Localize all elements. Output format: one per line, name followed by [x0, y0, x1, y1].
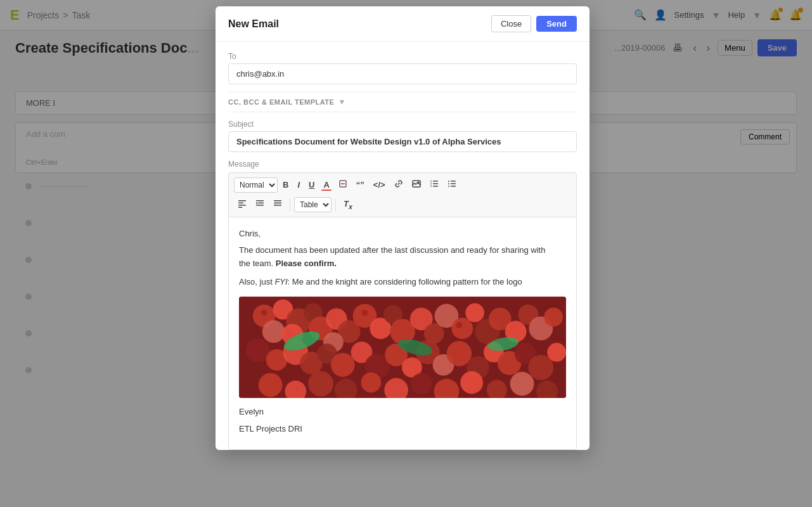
svg-point-13: [448, 181, 449, 182]
svg-rect-12: [451, 186, 456, 187]
body-line1: The document has been updated after the …: [239, 244, 566, 271]
modal-body: To chris@abx.in CC, BCC & EMAIL TEMPLATE…: [216, 42, 590, 450]
svg-rect-6: [433, 186, 438, 187]
svg-point-81: [308, 371, 333, 396]
signature-area: Evelyn ETL Projects DRI: [239, 406, 566, 436]
ordered-list-button[interactable]: 123: [426, 177, 442, 193]
message-content-area[interactable]: Chris, The document has been updated aft…: [228, 217, 577, 451]
svg-rect-11: [451, 183, 456, 184]
svg-point-72: [547, 343, 566, 362]
message-label: Message: [228, 160, 577, 169]
toolbar-divider: [290, 198, 290, 211]
bold-button[interactable]: B: [279, 177, 292, 192]
close-button[interactable]: Close: [491, 15, 531, 32]
greeting-line: Chris,: [239, 228, 566, 241]
svg-marker-27: [274, 202, 276, 204]
body-line2: Also, just FYI: Me and the knight are co…: [239, 276, 566, 289]
code-button[interactable]: </>: [370, 177, 389, 192]
svg-rect-10: [451, 181, 456, 182]
format-select[interactable]: Normal: [234, 177, 278, 193]
svg-point-46: [451, 318, 473, 339]
svg-point-78: [456, 322, 462, 328]
message-toolbar: Normal B I U A “” </>: [228, 172, 577, 217]
svg-rect-25: [276, 203, 281, 204]
svg-point-79: [259, 373, 283, 397]
svg-point-14: [448, 183, 449, 184]
new-email-modal: New Email Close Send To chris@abx.in CC,…: [216, 6, 590, 450]
italic-button[interactable]: I: [293, 177, 304, 192]
svg-point-77: [362, 309, 368, 316]
svg-rect-21: [258, 203, 264, 204]
svg-point-76: [261, 309, 267, 316]
quote-button[interactable]: “”: [352, 177, 368, 192]
modal-title: New Email: [228, 18, 279, 30]
table-select[interactable]: Table: [294, 197, 332, 212]
cc-bcc-chevron-icon: ▼: [338, 98, 345, 106]
toolbar-divider-2: [335, 198, 336, 211]
svg-rect-17: [238, 203, 243, 204]
outdent-button[interactable]: [269, 196, 286, 212]
to-field[interactable]: chris@abx.in: [228, 63, 577, 84]
svg-point-32: [262, 320, 285, 343]
svg-point-89: [510, 371, 534, 395]
svg-point-87: [460, 371, 483, 394]
subject-label: Subject: [228, 120, 577, 129]
image-button[interactable]: [408, 177, 425, 193]
indent-button[interactable]: [252, 196, 268, 212]
fyi-text: FYI: [274, 277, 287, 286]
svg-rect-18: [238, 205, 246, 206]
svg-rect-19: [238, 207, 242, 209]
bold-confirm: Please confirm.: [276, 259, 337, 268]
svg-rect-26: [274, 205, 281, 206]
svg-rect-5: [433, 183, 438, 184]
svg-point-15: [448, 186, 449, 187]
text-color-button[interactable]: A: [319, 177, 333, 192]
unordered-list-button[interactable]: [444, 177, 460, 193]
modal-header: New Email Close Send: [216, 6, 590, 42]
svg-point-83: [361, 372, 382, 392]
to-label: To: [228, 52, 577, 61]
svg-rect-4: [433, 181, 438, 182]
underline-button[interactable]: U: [305, 177, 318, 192]
cc-bcc-row[interactable]: CC, BCC & EMAIL TEMPLATE ▼: [228, 92, 577, 112]
coffee-image: [239, 297, 566, 398]
signature-title: ETL Projects DRI: [239, 423, 566, 436]
clear-format-button[interactable]: Tx: [340, 196, 356, 213]
cc-bcc-label: CC, BCC & EMAIL TEMPLATE: [228, 98, 334, 106]
svg-point-85: [411, 373, 432, 394]
svg-rect-20: [256, 200, 264, 202]
svg-point-47: [465, 303, 484, 322]
subject-field[interactable]: Specifications Document for Website Desi…: [228, 131, 577, 152]
svg-point-59: [331, 353, 355, 377]
modal-header-actions: Close Send: [491, 15, 577, 32]
svg-rect-22: [256, 205, 264, 206]
highlight-button[interactable]: [335, 177, 351, 193]
align-left-button[interactable]: [234, 196, 250, 212]
link-button[interactable]: [390, 177, 407, 193]
svg-rect-24: [274, 200, 281, 202]
svg-marker-23: [256, 202, 258, 204]
svg-text:3: 3: [430, 185, 432, 188]
signature-name: Evelyn: [239, 406, 566, 419]
svg-rect-16: [238, 200, 246, 202]
svg-point-3: [418, 182, 419, 183]
svg-point-53: [544, 307, 563, 326]
send-button[interactable]: Send: [536, 16, 577, 32]
